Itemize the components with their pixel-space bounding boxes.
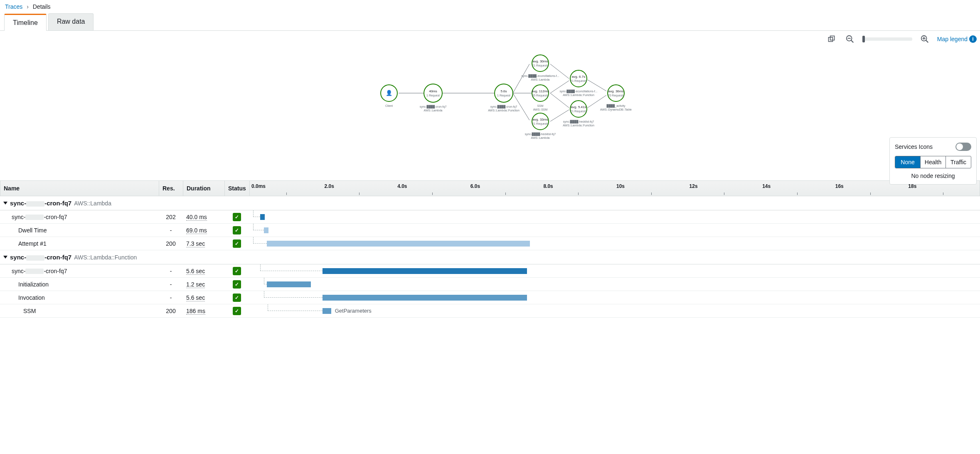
table-row[interactable]: Attempt #1 200 7.3 sec ✓ (0, 237, 980, 250)
tabbar: Timeline Raw data (0, 13, 980, 31)
row-duration: 7.3 sec (183, 240, 224, 247)
svg-text:70 Requests: 70 Requests (608, 94, 624, 97)
svg-text:21 Requests: 21 Requests (532, 64, 549, 67)
seg-traffic[interactable]: Traffic (946, 156, 971, 168)
graph-canvas[interactable]: 👤 Client 40ms 1 Request sync-████-cron-f… (0, 31, 980, 155)
table-row[interactable]: sync--cron-fq7 202 40.0 ms ✓ (0, 210, 980, 224)
svg-text:AWS::Lambda: AWS::Lambda (531, 136, 550, 139)
row-duration: 40.0 ms (183, 214, 224, 220)
map-options-panel: Services Icons None Health Traffic No no… (889, 137, 977, 185)
map-node-checklist-fn[interactable]: avg. 5.41s 21 Requests sync-████-hecklis… (563, 101, 594, 127)
table-row[interactable]: Invocation - 5.6 sec ✓ (0, 291, 980, 304)
svg-text:sync-████-cron-fq7: sync-████-cron-fq7 (420, 105, 447, 109)
row-chart: GetParameters (249, 304, 980, 317)
row-chart (249, 264, 980, 277)
services-icons-label: Services Icons (895, 143, 933, 150)
row-chart (249, 278, 980, 291)
svg-text:5.6s: 5.6s (500, 89, 507, 93)
row-name: Invocation (0, 294, 159, 301)
group-subtype: AWS::Lambda::Function (74, 254, 137, 261)
svg-text:sync-████-hecklist-fq7: sync-████-hecklist-fq7 (525, 132, 556, 136)
check-icon: ✓ (233, 213, 241, 221)
map-node-ssm[interactable]: avg. 112ms 85 Requests SSM AWS::SSM (532, 85, 549, 111)
table-row[interactable]: Dwell Time - 69.0 ms ✓ (0, 224, 980, 237)
svg-text:AWS::SSM: AWS::SSM (533, 108, 548, 111)
row-res: 200 (159, 240, 183, 247)
group-header[interactable]: sync--cron-fq7 AWS::Lambda (0, 196, 980, 210)
seg-none[interactable]: None (895, 156, 921, 168)
services-icons-toggle[interactable] (955, 143, 971, 151)
svg-line-11 (513, 64, 529, 93)
svg-line-17 (550, 110, 569, 121)
breadcrumb-current: Details (33, 3, 51, 10)
axis-tick: 8.0s (542, 181, 615, 196)
table-row[interactable]: Initialization - 1.2 sec ✓ (0, 278, 980, 291)
row-chart (249, 224, 980, 237)
breadcrumb: Traces › Details (0, 0, 980, 13)
col-name: Name (0, 181, 159, 196)
table-row[interactable]: SSM 200 186 ms ✓ GetParameters (0, 304, 980, 318)
svg-text:40ms: 40ms (429, 89, 437, 93)
svg-text:21 Requests: 21 Requests (532, 122, 549, 126)
row-duration: 1.2 sec (183, 281, 224, 288)
col-status: Status (225, 181, 250, 196)
node-mode-segmented: None Health Traffic (895, 156, 971, 168)
caret-down-icon[interactable] (3, 202, 7, 205)
check-icon: ✓ (233, 239, 241, 248)
row-status: ✓ (224, 280, 249, 289)
svg-text:avg. 30ms: avg. 30ms (533, 59, 548, 63)
timeline-table: Name Res. Duration Status 0.0ms2.0s4.0s6… (0, 180, 980, 318)
map-node-client[interactable]: 👤 Client (381, 85, 397, 107)
svg-text:AWS::Lambda::Function: AWS::Lambda::Function (563, 94, 594, 96)
row-status: ✓ (224, 267, 249, 275)
row-res: - (159, 294, 183, 301)
check-icon: ✓ (233, 294, 241, 302)
svg-text:21 Requests: 21 Requests (570, 79, 587, 83)
seg-health[interactable]: Health (921, 156, 946, 168)
row-duration: 69.0 ms (183, 227, 224, 234)
tab-rawdata[interactable]: Raw data (48, 13, 94, 30)
svg-text:AWS::Lambda::Function: AWS::Lambda::Function (563, 124, 594, 127)
group-subtype: AWS::Lambda (74, 200, 111, 207)
svg-text:avg. 36ms: avg. 36ms (608, 89, 624, 93)
row-name: sync--cron-fq7 (0, 214, 159, 220)
chevron-right-icon: › (27, 3, 29, 10)
redacted (25, 215, 44, 220)
tab-timeline[interactable]: Timeline (4, 14, 47, 31)
check-icon: ✓ (233, 267, 241, 275)
redacted (25, 269, 44, 274)
axis-tick: 14s (761, 181, 834, 196)
check-icon: ✓ (233, 226, 241, 234)
group-header[interactable]: sync--cron-fq7 AWS::Lambda::Function (0, 250, 980, 264)
row-chart (249, 291, 980, 304)
breadcrumb-root[interactable]: Traces (5, 3, 22, 10)
row-name: Initialization (0, 281, 159, 288)
svg-text:AWS::Lambda: AWS::Lambda (424, 109, 443, 112)
svg-text:sync-████-cron-fq7: sync-████-cron-fq7 (490, 105, 517, 109)
table-row[interactable]: sync--cron-fq7 - 5.6 sec ✓ (0, 264, 980, 278)
axis-tick: 16s (834, 181, 907, 196)
row-res: - (159, 268, 183, 274)
row-name: Dwell Time (0, 227, 159, 234)
map-node-lambda-fn[interactable]: 5.6s 1 Request sync-████-cron-fq7 AWS::L… (488, 84, 520, 112)
row-status: ✓ (224, 307, 249, 315)
check-icon: ✓ (233, 307, 241, 315)
caret-down-icon[interactable] (3, 256, 7, 259)
svg-text:avg. 6.7s: avg. 6.7s (572, 75, 585, 79)
axis-tick: 12s (688, 181, 761, 196)
axis-tick: 2.0s (323, 181, 396, 196)
row-name: Attempt #1 (0, 240, 159, 247)
svg-text:sync-████-econciliations-f...: sync-████-econciliations-f... (521, 74, 559, 78)
check-icon: ✓ (233, 280, 241, 289)
svg-line-18 (588, 80, 606, 91)
row-res: - (159, 281, 183, 288)
map-node-lambda1[interactable]: 40ms 1 Request sync-████-cron-fq7 AWS::L… (420, 84, 447, 112)
svg-text:21 Requests: 21 Requests (570, 110, 587, 113)
row-status: ✓ (224, 294, 249, 302)
map-node-checklist-lambda[interactable]: avg. 33ms 21 Requests sync-████-hecklist… (525, 113, 556, 139)
row-status: ✓ (224, 226, 249, 234)
svg-text:👤: 👤 (386, 89, 393, 96)
map-node-dynamodb[interactable]: avg. 36ms 70 Requests ████_activity AWS:… (600, 85, 632, 111)
svg-text:████_activity: ████_activity (606, 104, 625, 108)
redacted (26, 255, 44, 261)
